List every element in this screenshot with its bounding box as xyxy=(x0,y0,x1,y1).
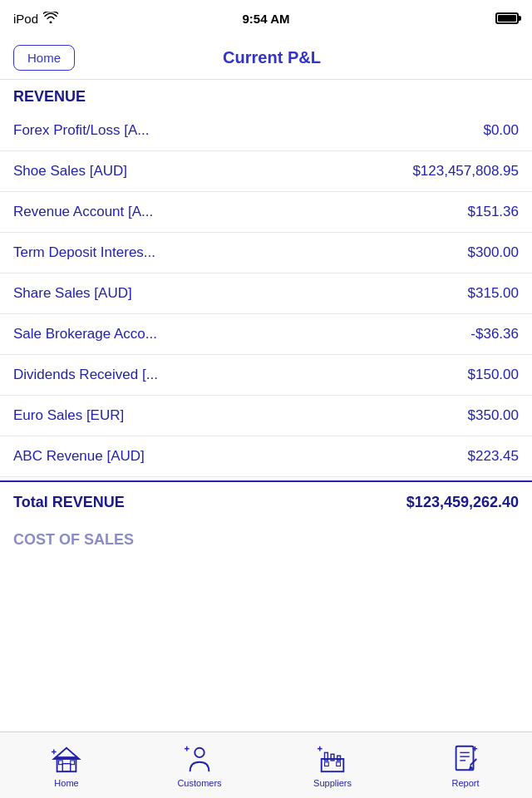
customers-icon xyxy=(184,743,215,775)
revenue-row-shoe[interactable]: Shoe Sales [AUD] $123,457,808.95 xyxy=(0,151,532,192)
revenue-row-account[interactable]: Revenue Account [A... $151.36 xyxy=(0,192,532,233)
svg-rect-4 xyxy=(71,760,75,764)
content-area: REVENUE Forex Profit/Loss [A... $0.00 Sh… xyxy=(0,80,532,732)
svg-rect-15 xyxy=(337,761,341,766)
revenue-amount-term: $300.00 xyxy=(386,244,519,261)
revenue-label-abc: ABC Revenue [AUD] xyxy=(13,448,386,465)
svg-rect-2 xyxy=(62,763,71,771)
revenue-label-brokerage: Sale Brokerage Acco... xyxy=(13,326,386,342)
svg-rect-3 xyxy=(59,760,63,764)
tab-suppliers[interactable]: Suppliers xyxy=(266,732,399,798)
total-revenue-amount: $123,459,262.40 xyxy=(406,494,519,511)
revenue-amount-abc: $223.45 xyxy=(386,448,519,465)
svg-rect-14 xyxy=(325,761,329,766)
nav-bar: Home Current P&L xyxy=(0,37,532,80)
revenue-label-shoe: Shoe Sales [AUD] xyxy=(13,163,386,180)
revenue-label-euro: Euro Sales [EUR] xyxy=(13,407,386,424)
revenue-amount-shoe: $123,457,808.95 xyxy=(386,163,519,180)
total-revenue-label: Total REVENUE xyxy=(13,494,125,511)
home-icon xyxy=(51,743,82,775)
nav-title: Current P&L xyxy=(75,48,519,67)
tab-report-label: Report xyxy=(451,778,479,788)
revenue-label-share: Share Sales [AUD] xyxy=(13,285,386,302)
tab-customers-label: Customers xyxy=(177,778,221,788)
device-label: iPod xyxy=(13,12,38,26)
revenue-label-term: Term Deposit Interes... xyxy=(13,244,386,261)
revenue-row-share[interactable]: Share Sales [AUD] $315.00 xyxy=(0,273,532,314)
revenue-label-dividends: Dividends Received [... xyxy=(13,367,386,383)
status-time: 9:54 AM xyxy=(243,12,290,26)
revenue-section-header: REVENUE xyxy=(0,80,532,111)
revenue-amount-euro: $350.00 xyxy=(386,407,519,424)
tab-suppliers-label: Suppliers xyxy=(313,778,352,788)
revenue-row-euro[interactable]: Euro Sales [EUR] $350.00 xyxy=(0,396,532,436)
tab-customers[interactable]: Customers xyxy=(133,732,266,798)
revenue-row-brokerage[interactable]: Sale Brokerage Acco... -$36.36 xyxy=(0,314,532,355)
tab-home-label: Home xyxy=(54,778,78,788)
revenue-label-account: Revenue Account [A... xyxy=(13,204,386,220)
revenue-amount-account: $151.36 xyxy=(386,204,519,220)
tab-report[interactable]: Report xyxy=(399,732,532,798)
revenue-label-forex: Forex Profit/Loss [A... xyxy=(13,122,386,139)
suppliers-icon xyxy=(317,743,348,775)
revenue-amount-brokerage: -$36.36 xyxy=(386,326,519,342)
revenue-row-forex[interactable]: Forex Profit/Loss [A... $0.00 xyxy=(0,111,532,151)
svg-point-7 xyxy=(195,747,204,756)
home-button[interactable]: Home xyxy=(13,45,75,71)
revenue-amount-share: $315.00 xyxy=(386,285,519,302)
revenue-row-abc[interactable]: ABC Revenue [AUD] $223.45 xyxy=(0,436,532,477)
total-revenue-row: Total REVENUE $123,459,262.40 xyxy=(0,480,532,523)
status-right xyxy=(495,12,519,24)
revenue-row-dividends[interactable]: Dividends Received [... $150.00 xyxy=(0,355,532,396)
report-icon xyxy=(450,743,481,775)
revenue-row-term[interactable]: Term Deposit Interes... $300.00 xyxy=(0,233,532,273)
status-bar: iPod 9:54 AM xyxy=(0,0,532,37)
tab-bar: Home Customers xyxy=(0,732,532,798)
wifi-icon xyxy=(43,12,58,26)
cost-of-sales-header: COST OF SALES xyxy=(0,523,532,554)
battery-icon xyxy=(495,12,519,24)
tab-home[interactable]: Home xyxy=(0,732,133,798)
status-left: iPod xyxy=(13,12,58,26)
revenue-amount-forex: $0.00 xyxy=(386,122,519,139)
revenue-amount-dividends: $150.00 xyxy=(386,367,519,383)
